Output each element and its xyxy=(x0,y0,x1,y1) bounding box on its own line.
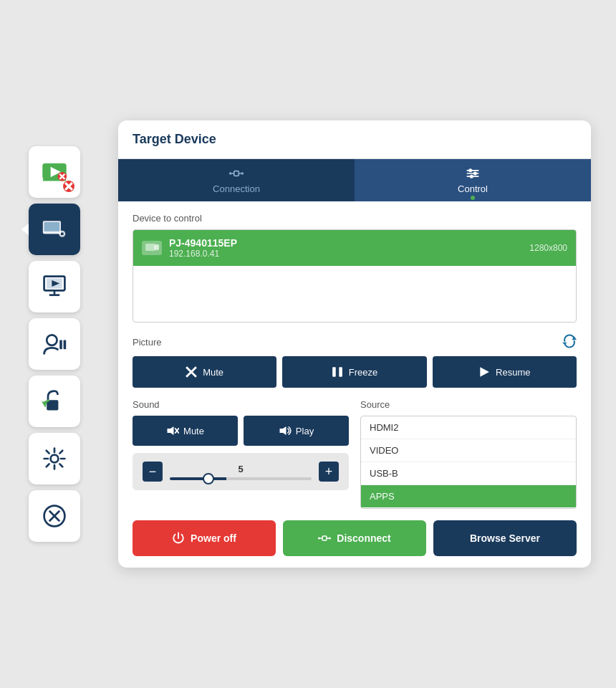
pause-icon xyxy=(332,366,343,378)
device-section-label: Device to control xyxy=(133,213,577,224)
sidebar-item-pause-user[interactable] xyxy=(29,318,80,370)
sound-mute-label: Mute xyxy=(183,426,204,436)
mute-icon xyxy=(166,425,179,436)
source-section: Source HDMI2 VIDEO USB-B APPS xyxy=(360,399,577,509)
svg-point-34 xyxy=(473,172,477,176)
connection-icon xyxy=(229,166,244,181)
svg-point-29 xyxy=(241,172,244,174)
picture-freeze-button[interactable]: Freeze xyxy=(282,356,426,388)
tab-control[interactable]: Control xyxy=(355,159,591,201)
svg-rect-9 xyxy=(44,222,60,231)
power-off-button[interactable]: Power off xyxy=(133,520,276,556)
tabs: Connection Control xyxy=(118,159,591,201)
close-icon xyxy=(42,503,67,529)
svg-point-28 xyxy=(229,172,231,174)
sound-mute-button[interactable]: Mute xyxy=(133,416,238,446)
power-off-label: Power off xyxy=(191,532,236,544)
sidebar-item-control[interactable] xyxy=(29,204,80,255)
svg-rect-27 xyxy=(234,171,239,176)
pause-user-icon xyxy=(42,331,67,357)
svg-rect-36 xyxy=(145,244,155,251)
device-ip: 192.168.0.41 xyxy=(169,249,529,259)
svg-point-35 xyxy=(470,175,473,178)
svg-rect-19 xyxy=(59,340,62,350)
x-icon xyxy=(186,366,197,378)
panel-title: Target Device xyxy=(118,120,591,159)
svg-marker-39 xyxy=(562,343,567,345)
browse-server-button[interactable]: Browse Server xyxy=(433,520,577,556)
device-name: PJ-4940115EP xyxy=(169,237,529,249)
device-info: PJ-4940115EP 192.168.0.41 xyxy=(169,237,529,259)
panel-body: Device to control PJ-4940115EP 192.168.0… xyxy=(118,201,591,568)
svg-point-50 xyxy=(318,538,320,540)
projector-icon xyxy=(145,243,159,253)
svg-marker-45 xyxy=(168,426,174,435)
sound-buttons: Mute Play xyxy=(133,416,349,446)
svg-marker-48 xyxy=(279,426,286,435)
sidebar-item-close[interactable] xyxy=(29,490,80,542)
picture-resume-label: Resume xyxy=(496,367,530,378)
source-label: Source xyxy=(360,399,577,410)
sound-section: Sound Mute xyxy=(133,399,349,509)
volume-slider-wrap: 5 xyxy=(170,464,312,480)
svg-rect-49 xyxy=(322,536,327,540)
source-item-usb-b[interactable]: USB-B xyxy=(361,462,576,485)
sidebar-item-screen-stop[interactable] xyxy=(29,146,80,198)
control-icon xyxy=(42,216,67,242)
disconnect-label: Disconnect xyxy=(337,532,390,544)
sound-play-icon xyxy=(279,425,292,436)
tab-connection-label: Connection xyxy=(213,183,260,194)
refresh-button[interactable] xyxy=(562,334,577,350)
lock-icon xyxy=(42,388,67,414)
source-item-apps[interactable]: APPS xyxy=(361,485,576,507)
svg-point-18 xyxy=(47,335,57,345)
svg-rect-12 xyxy=(61,233,64,236)
sound-play-label: Play xyxy=(296,426,314,436)
device-icon xyxy=(142,241,162,255)
panel-arrow xyxy=(21,224,29,235)
x-icon xyxy=(63,173,74,199)
picture-resume-button[interactable]: Resume xyxy=(433,356,577,388)
sidebar xyxy=(29,146,80,542)
picture-mute-button[interactable]: Mute xyxy=(133,356,276,388)
svg-marker-44 xyxy=(480,367,489,377)
sidebar-item-settings[interactable] xyxy=(29,433,80,484)
volume-slider[interactable] xyxy=(170,477,312,480)
source-item-video[interactable]: VIDEO xyxy=(361,439,576,462)
disconnect-button[interactable]: Disconnect xyxy=(283,520,426,556)
source-item-hdmi2[interactable]: HDMI2 xyxy=(361,416,576,439)
volume-control: − 5 + xyxy=(133,453,349,490)
svg-rect-21 xyxy=(47,400,58,410)
volume-decrease-button[interactable]: − xyxy=(143,462,163,482)
sidebar-item-lock[interactable] xyxy=(29,376,80,427)
present-icon xyxy=(42,274,67,300)
disconnect-icon xyxy=(318,533,331,543)
settings-icon xyxy=(42,446,67,472)
device-resolution: 1280x800 xyxy=(529,243,567,253)
play-icon xyxy=(478,366,490,378)
svg-rect-42 xyxy=(332,367,336,377)
svg-point-33 xyxy=(468,168,472,172)
svg-point-23 xyxy=(51,455,59,463)
picture-section-header: Picture xyxy=(133,334,577,350)
refresh-icon xyxy=(562,334,577,348)
sound-source-row: Sound Mute xyxy=(133,399,577,509)
sound-play-button[interactable]: Play xyxy=(244,416,349,446)
picture-mute-label: Mute xyxy=(203,367,223,378)
power-icon xyxy=(172,532,185,545)
picture-freeze-label: Freeze xyxy=(349,367,377,378)
picture-controls: Mute Freeze Resume xyxy=(133,356,577,388)
tab-control-label: Control xyxy=(458,183,488,194)
svg-rect-43 xyxy=(339,367,342,377)
stop-badge xyxy=(63,181,74,192)
browse-server-label: Browse Server xyxy=(470,532,540,544)
device-list: PJ-4940115EP 192.168.0.41 1280x800 xyxy=(133,229,577,322)
picture-label: Picture xyxy=(133,337,161,348)
main-panel: Target Device Connection Control xyxy=(118,120,591,568)
tab-connection[interactable]: Connection xyxy=(118,159,355,201)
sliders-icon xyxy=(466,166,480,181)
volume-increase-button[interactable]: + xyxy=(319,462,339,482)
device-item[interactable]: PJ-4940115EP 192.168.0.41 1280x800 xyxy=(133,230,576,266)
sound-label: Sound xyxy=(133,399,349,410)
sidebar-item-present[interactable] xyxy=(29,261,80,312)
